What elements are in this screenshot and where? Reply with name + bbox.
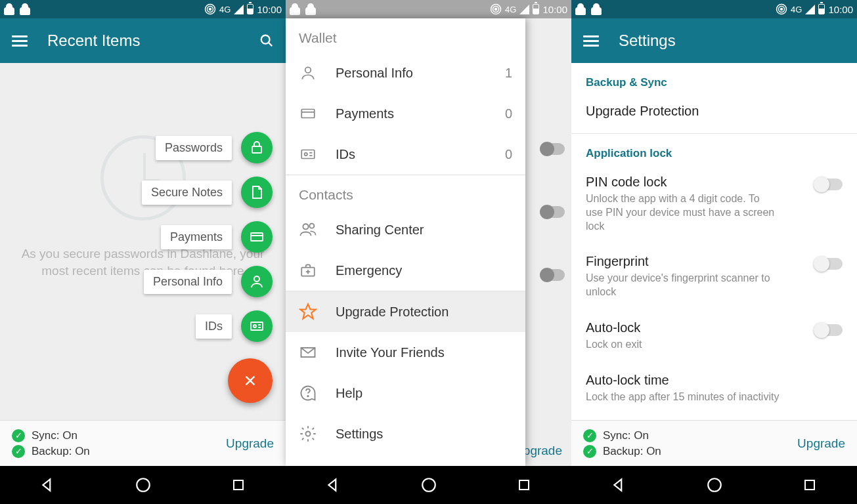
drawer-label: Settings: [336, 427, 383, 442]
drawer-item-emergency[interactable]: Emergency: [286, 250, 525, 291]
hotspot-icon: [204, 3, 216, 15]
setting-pin-lock[interactable]: PIN code lock Unlock the app with a 4 di…: [571, 165, 857, 245]
toggle-pin[interactable]: [815, 178, 843, 190]
setting-title: PIN code lock: [586, 175, 776, 190]
id-icon: [249, 318, 265, 334]
debug-icon: [305, 3, 316, 15]
svg-rect-6: [251, 233, 263, 241]
drawer-label: Payments: [336, 106, 394, 121]
back-icon[interactable]: [611, 476, 628, 494]
person-icon: [249, 274, 265, 289]
toolbar: Settings: [571, 18, 857, 63]
fab-secure-notes[interactable]: [241, 177, 273, 208]
drawer-item-payments[interactable]: Payments 0: [286, 93, 525, 134]
setting-title: Upgrade Protection: [586, 104, 803, 119]
fab-ids[interactable]: [241, 310, 273, 342]
svg-rect-21: [301, 110, 315, 118]
svg-rect-23: [301, 150, 315, 159]
drawer-count: 0: [505, 106, 512, 121]
fab-payments[interactable]: [241, 221, 273, 253]
person-icon: [299, 64, 317, 82]
menu-button[interactable]: [583, 35, 599, 47]
status-bar: 4G 10:00: [571, 0, 857, 18]
menu-button[interactable]: [12, 35, 28, 47]
svg-rect-16: [234, 480, 243, 490]
toggle[interactable]: [541, 269, 565, 281]
fab-passwords[interactable]: [241, 132, 273, 163]
fab-label-payments: Payments: [161, 225, 232, 249]
sync-status: Sync: On: [603, 429, 649, 442]
drawer-item-settings[interactable]: Settings: [286, 413, 525, 454]
setting-autolock[interactable]: Auto-lock Lock on exit: [571, 311, 857, 364]
drawer-item-sharing[interactable]: Sharing Center: [286, 209, 525, 250]
svg-rect-42: [805, 480, 814, 490]
setting-autolock-time[interactable]: Auto-lock time Lock the app after 15 min…: [571, 364, 857, 416]
nav-bar: [571, 466, 857, 504]
debug-icon: [290, 3, 300, 15]
debug-icon: [4, 3, 14, 15]
home-icon[interactable]: [706, 476, 723, 494]
fab-close[interactable]: [228, 358, 273, 403]
settings-body: Backup & Sync Upgrade Protection Applica…: [571, 63, 857, 420]
back-icon[interactable]: [325, 476, 342, 494]
drawer-item-personal-info[interactable]: Personal Info 1: [286, 52, 525, 93]
drawer-label: Invite Your Friends: [336, 345, 445, 360]
fab-label-ids: IDs: [196, 314, 232, 339]
check-icon: ✓: [583, 429, 596, 442]
svg-rect-5: [252, 146, 261, 153]
bottom-strip: ✓Sync: On ✓Backup: On Upgrade: [0, 420, 286, 466]
toggle[interactable]: [541, 206, 565, 218]
toggle-autolock[interactable]: [815, 324, 843, 336]
setting-fingerprint[interactable]: Fingerprint Use your device's fingerprin…: [571, 245, 857, 311]
svg-point-3: [261, 35, 270, 44]
battery-icon: [533, 4, 539, 14]
toolbar: Recent Items: [0, 18, 286, 63]
drawer-item-invite[interactable]: Invite Your Friends: [286, 332, 525, 373]
upgrade-link[interactable]: Upgrade: [797, 436, 845, 451]
drawer-item-ids[interactable]: IDs 0: [286, 134, 525, 175]
section-backup-sync: Backup & Sync: [571, 63, 857, 94]
svg-point-38: [781, 9, 783, 10]
drawer-item-upgrade-protection[interactable]: Upgrade Protection: [286, 291, 525, 332]
svg-point-20: [305, 67, 311, 73]
status-bar: 4G 10:00: [286, 0, 571, 18]
upgrade-link[interactable]: Upgrade: [226, 436, 274, 451]
drawer-item-help[interactable]: Help: [286, 373, 525, 413]
toggle[interactable]: [541, 143, 565, 155]
phone-recent-items: 4G 10:00 Recent Items As you secure pass…: [0, 0, 286, 504]
debug-icon: [591, 3, 602, 15]
network-label: 4G: [219, 5, 231, 14]
svg-rect-37: [519, 480, 529, 490]
clock: 10:00: [257, 4, 282, 15]
svg-point-36: [423, 478, 436, 492]
nav-bar: [286, 466, 571, 504]
fab-label-passwords: Passwords: [156, 136, 232, 160]
battery-icon: [247, 4, 253, 14]
svg-point-34: [307, 396, 308, 396]
svg-point-15: [137, 478, 150, 492]
network-label: 4G: [505, 5, 516, 14]
nav-bar: [0, 466, 286, 504]
setting-upgrade-protection[interactable]: Upgrade Protection: [571, 94, 857, 133]
search-icon[interactable]: [259, 33, 274, 48]
home-icon[interactable]: [135, 476, 152, 494]
recents-icon[interactable]: [231, 477, 246, 493]
home-icon[interactable]: [420, 476, 437, 494]
drawer-label: Upgrade Protection: [336, 304, 449, 320]
recents-icon[interactable]: [802, 477, 818, 493]
setting-title: Fingerprint: [586, 254, 776, 269]
drawer-label: Emergency: [336, 263, 402, 278]
svg-point-8: [254, 276, 259, 282]
setting-subtitle: Unlock the app with a 4 digit code. To u…: [586, 192, 776, 233]
clock: 10:00: [542, 4, 567, 15]
recents-icon[interactable]: [516, 477, 532, 493]
lock-icon: [249, 140, 265, 156]
back-icon[interactable]: [39, 476, 56, 494]
signal-icon: [519, 5, 529, 14]
fab-personal-info[interactable]: [241, 266, 273, 297]
medkit-icon: [299, 261, 317, 280]
toggle-fingerprint[interactable]: [815, 258, 843, 270]
fab-menu: Passwords Secure Notes Payments Personal…: [142, 132, 273, 342]
setting-subtitle: Use your device's fingerprint scanner to…: [586, 272, 776, 299]
status-bar: 4G 10:00: [0, 0, 286, 18]
